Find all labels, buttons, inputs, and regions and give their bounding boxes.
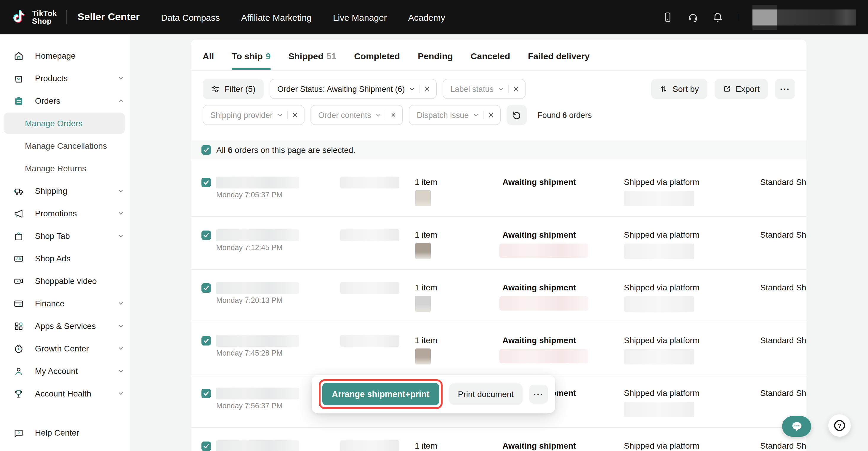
chip-divider bbox=[420, 85, 420, 93]
shipping-type: Shipped via platform bbox=[624, 230, 700, 239]
shipping-method: Standard Shipping bbox=[760, 283, 806, 292]
reset-icon bbox=[512, 110, 521, 120]
row-checkbox[interactable] bbox=[202, 178, 211, 187]
sidebar-item-promotions[interactable]: Promotions bbox=[0, 202, 130, 224]
mobile-app-icon[interactable] bbox=[662, 11, 674, 23]
row-checkbox[interactable] bbox=[202, 336, 211, 345]
close-icon[interactable] bbox=[391, 112, 397, 118]
order-status-tabs: All To ship9 Shipped51 Completed Pending… bbox=[191, 40, 806, 70]
tab-all[interactable]: All bbox=[203, 51, 214, 70]
account-divider bbox=[738, 13, 738, 21]
sidebar-item-help-center[interactable]: ? Help Center bbox=[0, 421, 130, 444]
nav-affiliate-marketing[interactable]: Affiliate Marketing bbox=[241, 12, 312, 22]
sidebar-label: Manage Cancellations bbox=[25, 141, 107, 151]
check-icon bbox=[203, 390, 210, 397]
tab-to-ship[interactable]: To ship9 bbox=[232, 51, 271, 70]
tab-pending[interactable]: Pending bbox=[418, 51, 453, 70]
order-status: Awaiting shipment bbox=[502, 230, 576, 239]
sidebar-item-shop-ads[interactable]: AD Shop Ads bbox=[0, 247, 130, 270]
sidebar-label: Help Center bbox=[35, 428, 79, 438]
sidebar-item-shipping[interactable]: Shipping bbox=[0, 180, 130, 202]
redacted-buyer bbox=[340, 229, 399, 241]
sidebar-label: Finance bbox=[35, 299, 65, 308]
orders-icon bbox=[13, 96, 24, 106]
check-icon bbox=[203, 337, 210, 344]
chevron-down-icon bbox=[117, 322, 124, 330]
filter-chip-order-contents[interactable]: Order contents bbox=[310, 105, 403, 125]
filter-chip-order-status[interactable]: Order Status: Awaiting Shipment (6) bbox=[270, 79, 437, 99]
tab-canceled[interactable]: Canceled bbox=[471, 51, 510, 70]
filter-chip-label-status[interactable]: Label status bbox=[442, 79, 526, 99]
chip-divider bbox=[484, 111, 484, 119]
sidebar-item-account-health[interactable]: Account Health bbox=[0, 382, 130, 405]
redacted-buyer bbox=[340, 440, 399, 451]
check-icon bbox=[203, 443, 210, 450]
shipping-method: Standard Shipping bbox=[760, 441, 806, 450]
filter-button[interactable]: Filter (5) bbox=[203, 79, 264, 99]
account-area-redacted[interactable] bbox=[752, 0, 856, 34]
sidebar-item-shoppable-video[interactable]: Shoppable video bbox=[0, 270, 130, 292]
row-checkbox[interactable] bbox=[202, 283, 211, 293]
notification-bell-icon[interactable] bbox=[712, 11, 723, 23]
product-thumbnail bbox=[415, 190, 431, 206]
sidebar-item-shop-tab[interactable]: Shop Tab bbox=[0, 224, 130, 247]
sidebar-item-products[interactable]: Products bbox=[0, 67, 130, 89]
check-icon bbox=[203, 146, 210, 153]
sidebar-item-apps-services[interactable]: Apps & Services bbox=[0, 315, 130, 337]
support-headset-icon[interactable] bbox=[687, 11, 699, 23]
person-icon bbox=[13, 366, 24, 376]
close-icon[interactable] bbox=[292, 112, 298, 118]
sidebar-item-homepage[interactable]: Homepage bbox=[0, 44, 130, 67]
nav-academy[interactable]: Academy bbox=[408, 12, 445, 22]
sidebar-item-finance[interactable]: Finance bbox=[0, 292, 130, 315]
sidebar-item-my-account[interactable]: My Account bbox=[0, 360, 130, 382]
filter-chip-shipping-provider[interactable]: Shipping provider bbox=[203, 105, 305, 125]
sidebar-item-manage-returns[interactable]: Manage Returns bbox=[0, 157, 130, 180]
logo-text: TikTok Shop bbox=[32, 9, 57, 25]
tiktok-shop-logo[interactable]: TikTok Shop bbox=[12, 8, 57, 26]
sidebar-item-orders[interactable]: Orders bbox=[0, 89, 130, 112]
row-checkbox[interactable] bbox=[202, 442, 211, 451]
more-actions-button[interactable]: ··· bbox=[775, 79, 795, 99]
redacted-tracking bbox=[624, 191, 694, 206]
chat-fab-button[interactable] bbox=[782, 416, 811, 437]
redacted-buyer bbox=[340, 282, 399, 294]
sidebar-item-manage-cancellations[interactable]: Manage Cancellations bbox=[0, 134, 130, 157]
order-status: Awaiting shipment bbox=[502, 177, 576, 187]
order-time: Monday 7:12:45 PM bbox=[216, 244, 283, 252]
nav-live-manager[interactable]: Live Manager bbox=[333, 12, 387, 22]
truck-icon bbox=[13, 186, 24, 196]
order-item-count: 1 item bbox=[415, 230, 437, 239]
popup-more-button[interactable]: ··· bbox=[529, 385, 548, 403]
close-icon[interactable] bbox=[424, 86, 430, 92]
chevron-down-icon bbox=[117, 232, 124, 239]
order-item-count: 1 item bbox=[415, 283, 437, 292]
apps-grid-icon bbox=[13, 321, 24, 331]
tab-shipped[interactable]: Shipped51 bbox=[288, 51, 336, 70]
trophy-icon bbox=[13, 389, 24, 398]
redacted-avatar bbox=[752, 9, 777, 25]
chevron-down-icon bbox=[117, 75, 124, 82]
table-row: Monday 7:45:28 PM 1 item Awaiting shipme… bbox=[191, 322, 806, 375]
row-checkbox[interactable] bbox=[202, 231, 211, 240]
tab-completed[interactable]: Completed bbox=[354, 51, 400, 70]
print-document-button[interactable]: Print document bbox=[449, 384, 523, 405]
tiktok-note-icon bbox=[12, 8, 27, 26]
close-icon[interactable] bbox=[488, 112, 494, 118]
table-row: Monday 7:05:37 PM 1 item Awaiting shipme… bbox=[191, 164, 806, 217]
sidebar-item-growth-center[interactable]: Growth Center bbox=[0, 337, 130, 360]
sort-by-button[interactable]: Sort by bbox=[651, 79, 707, 99]
reset-filters-button[interactable] bbox=[506, 105, 527, 125]
select-all-checkbox[interactable] bbox=[202, 145, 211, 155]
page: TikTok Shop Seller Center Data Compass A… bbox=[0, 0, 868, 451]
close-icon[interactable] bbox=[513, 86, 519, 92]
filter-chip-dispatch-issue[interactable]: Dispatch issue bbox=[409, 105, 501, 125]
row-checkbox[interactable] bbox=[202, 389, 211, 398]
tab-failed-delivery[interactable]: Failed delivery bbox=[528, 51, 590, 70]
help-fab-button[interactable]: ? bbox=[828, 414, 851, 437]
arrange-shipment-print-button[interactable]: Arrange shipment+print bbox=[322, 383, 439, 405]
sidebar-item-manage-orders[interactable]: Manage Orders bbox=[4, 113, 125, 134]
nav-data-compass[interactable]: Data Compass bbox=[161, 12, 220, 22]
export-button[interactable]: Export bbox=[714, 79, 768, 99]
nav-seller-center[interactable]: Seller Center bbox=[78, 11, 140, 23]
